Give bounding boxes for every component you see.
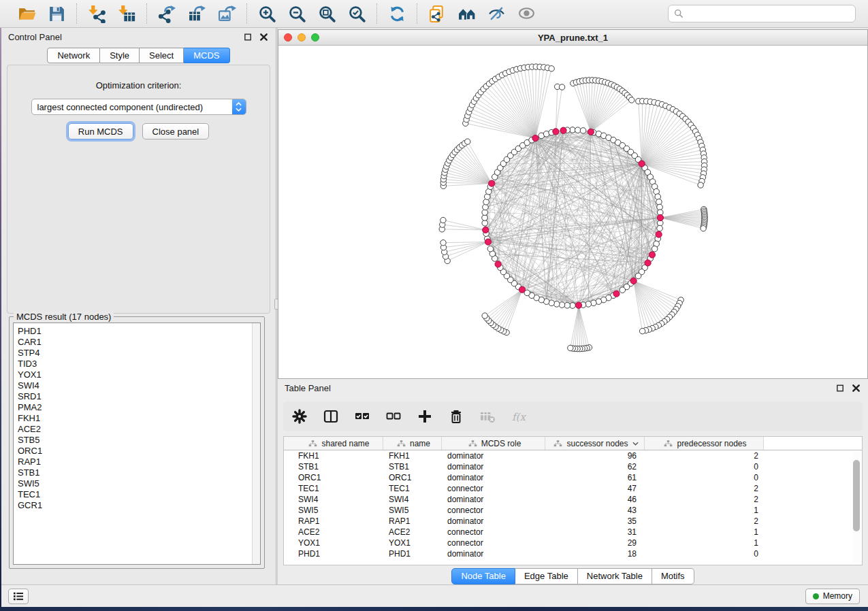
close-panel-button[interactable]: Close panel [142, 123, 210, 139]
ring-node[interactable] [657, 204, 663, 210]
mcds-result-item[interactable]: PMA2 [18, 402, 252, 413]
table-scrollbar[interactable] [852, 452, 861, 563]
import-network-icon[interactable] [85, 3, 108, 24]
network-canvas[interactable] [278, 46, 867, 378]
leaf-node[interactable] [465, 139, 470, 144]
search-input[interactable] [688, 9, 850, 19]
leaf-node[interactable] [482, 313, 487, 318]
close-icon[interactable] [851, 383, 861, 393]
leaf-node[interactable] [440, 217, 446, 222]
mcds-result-list[interactable]: PHD1CAR1STP4TID3YOX1SWI4SRD1PMA2FKH1ACE2… [13, 323, 261, 565]
leaf-node[interactable] [629, 97, 634, 103]
memory-button[interactable]: Memory [805, 589, 860, 604]
mcds-list-scrollbar[interactable] [252, 323, 260, 564]
column-header-successor-nodes[interactable]: successor nodes [545, 437, 645, 450]
zoom-selected-icon[interactable] [345, 3, 368, 24]
optimization-criterion-select[interactable]: largest connected component (undirected) [31, 99, 246, 115]
window-close-icon[interactable] [284, 33, 292, 42]
table-row[interactable]: SWI4SWI4dominator462 [284, 494, 862, 505]
zoom-in-icon[interactable] [255, 3, 278, 24]
ring-node[interactable] [620, 287, 626, 293]
mcds-hub-node[interactable] [489, 180, 495, 186]
mcds-hub-node[interactable] [485, 239, 491, 245]
mcds-hub-node[interactable] [519, 286, 525, 293]
mcds-hub-node[interactable] [649, 252, 655, 258]
table-row[interactable]: RAP1RAP1dominator352 [284, 516, 862, 527]
mcds-result-item[interactable]: GCR1 [18, 500, 252, 511]
export-image-icon[interactable] [215, 3, 238, 24]
table-row[interactable]: FKH1FKH1dominator962 [284, 450, 862, 461]
ring-node[interactable] [655, 194, 661, 200]
task-history-button[interactable] [8, 589, 29, 604]
ring-node[interactable] [656, 199, 662, 205]
clone-network-icon[interactable] [425, 3, 449, 24]
tab-select[interactable]: Select [140, 48, 184, 63]
export-network-icon[interactable] [155, 3, 178, 24]
tab-mcds[interactable]: MCDS [184, 48, 229, 63]
ring-node[interactable] [564, 302, 570, 308]
float-icon[interactable] [243, 32, 253, 42]
mcds-result-item[interactable]: PHD1 [18, 326, 252, 337]
network-overview-icon[interactable] [455, 3, 479, 24]
table-row[interactable]: STB1STB1dominator620 [284, 461, 862, 472]
leaf-node[interactable] [440, 240, 446, 246]
mcds-hub-node[interactable] [553, 129, 559, 135]
tab-edge-table[interactable]: Edge Table [515, 568, 578, 584]
ring-node[interactable] [483, 204, 489, 210]
add-column-icon[interactable] [415, 407, 434, 426]
table-row[interactable]: YOX1YOX1connector291 [284, 538, 862, 548]
mcds-hub-node[interactable] [495, 261, 501, 267]
table-row[interactable]: TEC1TEC1connector472 [284, 483, 862, 494]
ring-node[interactable] [483, 199, 489, 205]
table-scrollbar-thumb[interactable] [853, 460, 860, 531]
column-header-MCDS-role[interactable]: MCDS role [442, 437, 545, 450]
save-session-icon[interactable] [45, 3, 68, 24]
delete-columns-icon[interactable] [447, 407, 466, 426]
leaf-node[interactable] [701, 226, 706, 231]
leaf-node[interactable] [568, 345, 573, 350]
export-table-icon[interactable] [185, 3, 208, 24]
window-maximize-icon[interactable] [311, 33, 319, 42]
mcds-hub-node[interactable] [656, 231, 662, 237]
select-all-rows-icon[interactable] [353, 407, 372, 426]
column-header-shared-name[interactable]: shared name [293, 437, 383, 450]
ring-node[interactable] [559, 302, 565, 308]
column-header-name[interactable]: name [383, 437, 442, 450]
mcds-result-item[interactable]: ORC1 [18, 446, 252, 457]
tab-node-table[interactable]: Node Table [451, 568, 515, 584]
search-box[interactable] [668, 5, 856, 22]
settings-gear-icon[interactable] [290, 407, 309, 426]
zoom-out-icon[interactable] [285, 3, 308, 24]
show-graphics-details-icon[interactable] [515, 3, 539, 24]
deselect-all-rows-icon[interactable] [384, 407, 403, 426]
mcds-hub-node[interactable] [630, 278, 637, 284]
mcds-result-item[interactable]: SWI4 [18, 380, 252, 391]
ring-node[interactable] [652, 246, 658, 252]
mcds-hub-node[interactable] [639, 161, 645, 167]
leaf-node[interactable] [549, 66, 554, 71]
mcds-result-item[interactable]: RAP1 [18, 457, 252, 467]
mcds-result-item[interactable]: FKH1 [18, 413, 252, 424]
tab-network-table[interactable]: Network Table [578, 568, 652, 584]
mcds-result-item[interactable]: STB1 [18, 467, 252, 478]
mcds-hub-node[interactable] [575, 302, 581, 308]
table-row[interactable]: PHD1PHD1dominator180 [284, 548, 862, 559]
tab-style[interactable]: Style [100, 48, 140, 63]
tab-network[interactable]: Network [47, 48, 100, 63]
ring-node[interactable] [585, 301, 592, 308]
table-row[interactable]: ORC1ORC1dominator610 [284, 472, 862, 483]
ring-node[interactable] [635, 273, 641, 279]
mcds-hub-node[interactable] [613, 291, 620, 297]
leaf-node[interactable] [559, 84, 564, 90]
close-icon[interactable] [259, 32, 269, 42]
leaf-node[interactable] [698, 182, 703, 188]
mcds-result-item[interactable]: SRD1 [18, 391, 252, 402]
zoom-fit-icon[interactable] [315, 3, 338, 24]
mcds-result-item[interactable]: STP4 [18, 348, 252, 359]
split-columns-icon[interactable] [321, 407, 340, 426]
mcds-result-item[interactable]: ACE2 [18, 424, 252, 435]
window-minimize-icon[interactable] [298, 33, 306, 42]
mcds-hub-node[interactable] [560, 127, 566, 133]
run-mcds-button[interactable]: Run MCDS [68, 123, 133, 139]
ring-node[interactable] [657, 225, 663, 231]
